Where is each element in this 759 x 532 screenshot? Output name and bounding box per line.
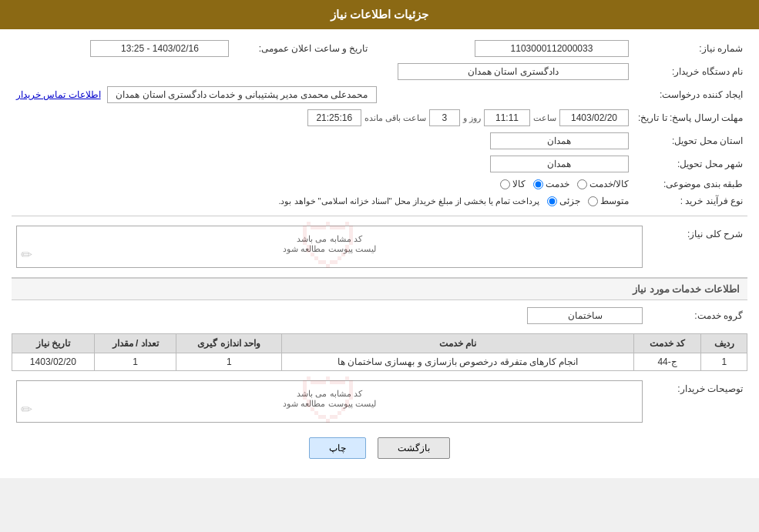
baqi-input: 21:25:16 <box>307 109 361 126</box>
page-container: جزئیات اطلاعات نیاز شماره نیاز: 11030001… <box>0 0 759 478</box>
rooz-input: 3 <box>429 109 460 126</box>
gorooh-label: گروه خدمت: <box>647 304 747 327</box>
buttons-row: بازگشت چاپ <box>12 437 747 459</box>
radio-jozii-input[interactable] <box>547 196 557 206</box>
radio-kala-khadamat-label: کالا/خدمت <box>589 179 629 189</box>
tarikh-elan-value: 1403/02/16 - 13:25 <box>12 37 233 60</box>
cell-vahed: 1 <box>176 353 282 371</box>
radio-kala-khadamat-input[interactable] <box>577 179 587 189</box>
col-nam: نام خدمت <box>282 334 634 353</box>
cell-tarikh: 1403/02/20 <box>12 353 95 371</box>
sharh-table: شرح کلی نیاز: 🛡 کد مشابه می باشد لیست پی… <box>12 223 747 271</box>
noe-nota: پرداخت تمام یا بخشی از مبلغ خریداز محل "… <box>278 196 539 206</box>
sharh-value: 🛡 کد مشابه می باشد لیست پیوست مطالعه شود… <box>12 223 647 271</box>
row-ostan: استان محل تحویل: همدان <box>12 129 747 152</box>
col-tedaad: تعداد / مقدار <box>94 334 176 353</box>
radio-khadamat-input[interactable] <box>533 179 543 189</box>
pen-icon: ✏ <box>21 246 32 263</box>
cell-radif: 1 <box>701 353 747 371</box>
radio-khadamat-label: خدمت <box>546 179 569 189</box>
cell-kod: ج-44 <box>633 353 701 371</box>
shomara-label: شماره نیاز: <box>633 37 747 60</box>
radio-jozii-label: جزئی <box>559 196 580 206</box>
page-title: جزئیات اطلاعات نیاز <box>331 8 428 21</box>
services-header-row: ردیف کد خدمت نام خدمت واحد اندازه گیری ت… <box>12 334 747 353</box>
radio-kala-khadamat[interactable]: کالا/خدمت <box>577 179 629 189</box>
divider-1 <box>12 216 747 216</box>
tabaqe-label: طبقه بندی موضوعی: <box>633 176 747 192</box>
khadamat-section-title: اطلاعات خدمات مورد نیاز <box>633 283 740 295</box>
shahr-value: همدان <box>12 152 633 176</box>
back-button[interactable]: بازگشت <box>378 437 450 459</box>
radio-khadamat[interactable]: خدمت <box>533 179 569 189</box>
services-tbody: 1 ج-44 انجام کارهای متفرقه درخصوص بازساز… <box>12 353 747 371</box>
eijad-value: محمدعلی محمدی مدیر پشتیبانی و خدمات دادگ… <box>12 83 633 106</box>
saat-input: 11:11 <box>484 109 530 126</box>
col-tarikh: تاریخ نیاز <box>12 334 95 353</box>
row-eijad: ایجاد کننده درخواست: محمدعلی محمدی مدیر … <box>12 83 747 106</box>
services-table: ردیف کد خدمت نام خدمت واحد اندازه گیری ت… <box>12 333 747 371</box>
radio-motavaset-input[interactable] <box>588 196 598 206</box>
radio-kala-input[interactable] <box>500 179 510 189</box>
ostan-value: همدان <box>12 129 633 152</box>
row-noe: نوع فرآیند خرید : متوسط جزئی <box>12 192 747 209</box>
row-tosihaat: توصیحات خریدار: 🛡 کد مشابه می باشد لیست … <box>12 377 747 426</box>
page-header: جزئیات اطلاعات نیاز <box>0 0 759 29</box>
tarikh-input: 1403/02/20 <box>559 109 629 126</box>
print-button[interactable]: چاپ <box>309 437 366 459</box>
shahr-input: همدان <box>490 156 629 172</box>
services-thead: ردیف کد خدمت نام خدمت واحد اندازه گیری ت… <box>12 334 747 353</box>
content-area: شماره نیاز: 1103000112000033 تاریخ و ساع… <box>0 29 759 478</box>
ostan-label: استان محل تحویل: <box>633 129 747 152</box>
table-row: 1 ج-44 انجام کارهای متفرقه درخصوص بازساز… <box>12 353 747 371</box>
eijad-label: ایجاد کننده درخواست: <box>633 83 747 106</box>
radio-motavaset-label: متوسط <box>600 196 629 206</box>
col-radif: ردیف <box>701 334 747 353</box>
mohlet-value: 1403/02/20 ساعت 11:11 روز و 3 ساعت باقی … <box>12 106 633 129</box>
radio-jozii[interactable]: جزئی <box>547 196 580 206</box>
nam-dastgah-input: دادگستری استان همدان <box>398 63 629 80</box>
tarikh-elan-input: 1403/02/16 - 13:25 <box>90 40 229 57</box>
shomara-value: 1103000112000033 <box>388 37 633 60</box>
main-info-table: شماره نیاز: 1103000112000033 تاریخ و ساع… <box>12 37 747 209</box>
cell-nam: انجام کارهای متفرقه درخصوص بازسازی و بهس… <box>282 353 634 371</box>
row-mohlet: مهلت ارسال پاسخ: تا تاریخ: 1403/02/20 سا… <box>12 106 747 129</box>
gorooh-table: گروه خدمت: ساختمان <box>12 304 747 327</box>
radio-kala-label: کالا <box>512 179 526 189</box>
row-gorooh: گروه خدمت: ساختمان <box>12 304 747 327</box>
row-sharh: شرح کلی نیاز: 🛡 کد مشابه می باشد لیست پی… <box>12 223 747 271</box>
nam-dastgah-value: دادگستری استان همدان <box>12 60 633 83</box>
noe-label: نوع فرآیند خرید : <box>633 192 747 209</box>
nam-dastgah-label: نام دستگاه خریدار: <box>633 60 747 83</box>
pen-icon-2: ✏ <box>21 401 32 418</box>
col-kod: کد خدمت <box>633 334 701 353</box>
tosihaat-value: 🛡 کد مشابه می باشد لیست پیوست مطالعه شود… <box>12 377 647 426</box>
sharh-label: شرح کلی نیاز: <box>647 223 747 271</box>
tarikh-elan-label: تاریخ و ساعت اعلان عمومی: <box>233 37 372 60</box>
radio-motavaset[interactable]: متوسط <box>588 196 629 206</box>
tosihaat-textarea: 🛡 کد مشابه می باشد لیست پیوست مطالعه شود… <box>16 380 643 423</box>
sharh-textarea: 🛡 کد مشابه می باشد لیست پیوست مطالعه شود… <box>16 226 643 268</box>
shahr-label: شهر محل تحویل: <box>633 152 747 176</box>
baqi-label: ساعت باقی مانده <box>364 113 426 123</box>
cell-tedaad: 1 <box>94 353 176 371</box>
row-nam-dastgah: نام دستگاه خریدار: دادگستری استان همدان <box>12 60 747 83</box>
shomara-input: 1103000112000033 <box>475 40 629 57</box>
radio-kala[interactable]: کالا <box>500 179 526 189</box>
row-shahr: شهر محل تحویل: همدان <box>12 152 747 176</box>
mohlet-label: مهلت ارسال پاسخ: تا تاریخ: <box>633 106 747 129</box>
rooz-label: روز و <box>463 113 481 123</box>
row-tabaqe: طبقه بندی موضوعی: کالا/خدمت خدمت کالا <box>12 176 747 192</box>
saat-label: ساعت <box>533 113 556 123</box>
tosihaat-label: توصیحات خریدار: <box>647 377 747 426</box>
sharh-line1: کد مشابه می باشد لیست پیوست مطالعه شود <box>21 230 638 254</box>
eijad-input: محمدعلی محمدی مدیر پشتیبانی و خدمات دادگ… <box>107 86 377 103</box>
ostan-input: همدان <box>490 132 629 149</box>
gorooh-input: ساختمان <box>527 307 643 324</box>
tabaqe-value: کالا/خدمت خدمت کالا <box>12 176 633 192</box>
gorooh-value: ساختمان <box>12 304 647 327</box>
ettelaat-tamas-link[interactable]: اطلاعات تماس خریدار <box>16 89 101 100</box>
tosihaat-content: کد مشابه می باشد لیست پیوست مطالعه شود <box>21 385 638 409</box>
col-vahed: واحد اندازه گیری <box>176 334 282 353</box>
khadamat-section-header: اطلاعات خدمات مورد نیاز <box>12 277 747 300</box>
